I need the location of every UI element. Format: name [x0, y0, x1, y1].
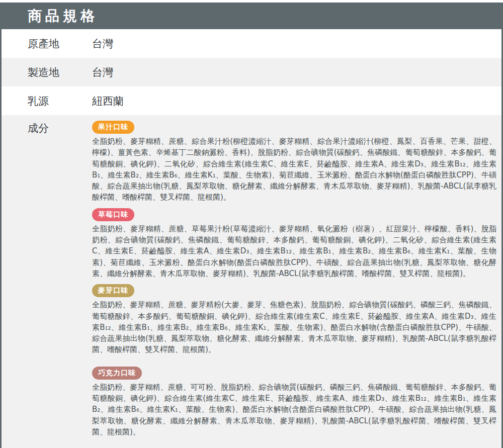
spec-row-manufacture: 製造地 台灣	[2, 58, 501, 86]
flavor-badge-malt: 麥芽口味	[92, 284, 134, 297]
product-spec-page: 商品規格 原產地 台灣 製造地 台灣 乳源 紐西蘭 成分 果汁口味 全脂奶粉、麥…	[0, 0, 503, 448]
flavor-text-juice: 全脂奶粉、麥芽糊精、蔗糖、綜合果汁粉(柳橙濃縮汁、麥芽糊精、綜合果汁濃縮汁(柳橙…	[92, 136, 496, 203]
page-title: 商品規格	[28, 9, 98, 23]
spec-row-value: 台灣	[92, 37, 496, 51]
flavor-block-chocolate: 巧克力口味 全脂奶粉、麥芽糊精、蔗糖、可可粉、脫脂奶粉、綜合礦物質(碳酸鈣、磷酸…	[92, 366, 496, 437]
spec-row-origin: 原產地 台灣	[2, 29, 501, 58]
flavor-text-strawberry: 全脂奶粉、麥芽糊精、蔗糖、草莓果汁粉(草莓濃縮汁、麥芽糊精、氧化澱粉（樹薯）、紅…	[92, 223, 496, 279]
spec-row-label: 乳源	[28, 94, 92, 108]
spec-table: 原產地 台灣 製造地 台灣 乳源 紐西蘭 成分 果汁口味 全脂奶粉、麥芽糊精、蔗…	[0, 29, 503, 448]
flavor-block-malt: 麥芽口味 全脂奶粉、麥芽糊精、蔗糖、麥芽精粉(大麥、麥芽、焦糖色素)、脫脂奶粉、…	[92, 283, 496, 355]
flavor-text-chocolate: 全脂奶粉、麥芽糊精、蔗糖、可可粉、脫脂奶粉、綜合礦物質(碳酸鈣、磷酸三鈣、焦磷酸…	[92, 382, 496, 437]
spec-row-value: 紐西蘭	[92, 94, 496, 108]
spec-row-ingredients: 成分 果汁口味 全脂奶粉、麥芽糊精、蔗糖、綜合果汁粉(柳橙濃縮汁、麥芽糊精、綜合…	[2, 115, 501, 448]
spec-row-milk-source: 乳源 紐西蘭	[2, 86, 501, 115]
flavor-badge-juice: 果汁口味	[92, 121, 134, 134]
flavor-text-malt: 全脂奶粉、麥芽糊精、蔗糖、麥芽精粉(大麥、麥芽、焦糖色素)、脫脂奶粉、綜合礦物質…	[92, 299, 496, 355]
flavor-badge-chocolate: 巧克力口味	[92, 367, 142, 380]
page-title-bar: 商品規格	[0, 3, 503, 29]
spec-row-label: 原產地	[28, 37, 92, 51]
flavor-block-strawberry: 草莓口味 全脂奶粉、麥芽糊精、蔗糖、草莓果汁粉(草莓濃縮汁、麥芽糊精、氧化澱粉（…	[92, 207, 496, 279]
ingredients-content: 果汁口味 全脂奶粉、麥芽糊精、蔗糖、綜合果汁粉(柳橙濃縮汁、麥芽糊精、綜合果汁濃…	[92, 120, 496, 441]
spec-row-label: 製造地	[28, 65, 92, 79]
ingredients-label: 成分	[28, 120, 92, 135]
flavor-block-juice: 果汁口味 全脂奶粉、麥芽糊精、蔗糖、綜合果汁粉(柳橙濃縮汁、麥芽糊精、綜合果汁濃…	[92, 120, 496, 203]
flavor-badge-strawberry: 草莓口味	[92, 208, 134, 221]
spec-row-value: 台灣	[92, 65, 496, 79]
